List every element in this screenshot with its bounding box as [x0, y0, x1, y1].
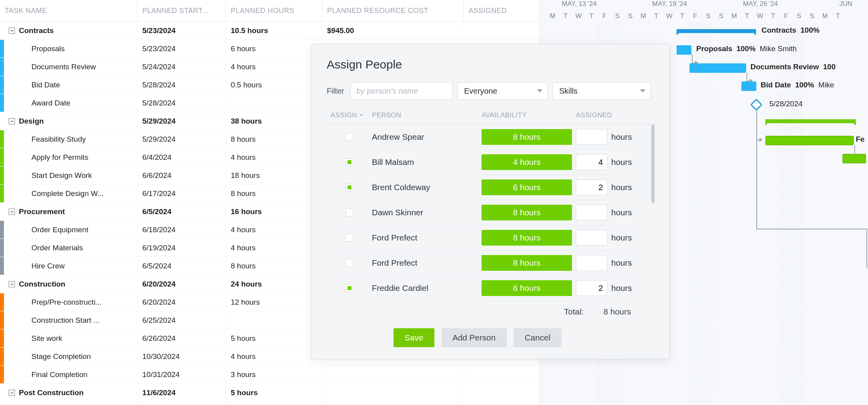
- col-header-task[interactable]: TASK NAME: [0, 0, 138, 21]
- gantt-bar-bid[interactable]: [741, 81, 756, 91]
- cell-start[interactable]: 6/20/2024: [138, 293, 226, 311]
- save-button[interactable]: Save: [394, 328, 434, 347]
- cell-hours[interactable]: 5 hours: [226, 384, 322, 401]
- cell-hours[interactable]: 5 hours: [226, 329, 322, 347]
- gantt-bar-docs[interactable]: [690, 63, 746, 73]
- cell-hours[interactable]: 6 hours: [226, 40, 322, 57]
- table-row[interactable]: −Contracts5/23/202410.5 hours$945.00: [0, 22, 539, 40]
- cell-task[interactable]: Apply for Permits: [4, 148, 138, 166]
- assign-checkbox[interactable]: [346, 158, 353, 166]
- cell-hours[interactable]: 8 hours: [226, 185, 322, 202]
- filter-skills-select[interactable]: Skills: [552, 82, 651, 100]
- cell-start[interactable]: 5/28/2024: [138, 76, 226, 94]
- cell-start[interactable]: 6/18/2024: [138, 221, 226, 239]
- expander-icon[interactable]: −: [9, 209, 15, 215]
- cell-hours[interactable]: 18 hours: [226, 166, 322, 184]
- assign-checkbox[interactable]: [346, 133, 353, 141]
- cell-hours[interactable]: 38 hours: [226, 112, 322, 130]
- add-person-button[interactable]: Add Person: [441, 328, 507, 347]
- table-row[interactable]: Final Completion10/31/20243 hours: [0, 366, 539, 384]
- assign-checkbox[interactable]: [346, 259, 353, 267]
- cell-task[interactable]: −Post Construction: [4, 384, 138, 401]
- cell-start[interactable]: 5/28/2024: [138, 94, 226, 112]
- cell-start[interactable]: 5/24/2024: [138, 58, 226, 76]
- cell-task[interactable]: −Design: [4, 112, 138, 130]
- col-header-assigned[interactable]: ASSIGNED: [464, 0, 539, 21]
- cell-start[interactable]: 6/17/2024: [138, 185, 226, 202]
- cell-task[interactable]: Documents Review: [4, 58, 138, 76]
- cell-task[interactable]: Proposals: [4, 40, 138, 57]
- cell-task[interactable]: −Contracts: [4, 22, 138, 39]
- col-header-availability[interactable]: AVAILABILITY: [482, 111, 576, 119]
- cell-start[interactable]: 10/30/2024: [138, 348, 226, 365]
- cell-start[interactable]: 6/5/2024: [138, 257, 226, 275]
- cell-assigned[interactable]: [464, 366, 539, 383]
- cell-hours[interactable]: [226, 311, 322, 329]
- col-header-hours[interactable]: PLANNED HOURS: [226, 0, 322, 21]
- cell-start[interactable]: 10/31/2024: [138, 366, 226, 383]
- cell-start[interactable]: 5/23/2024: [138, 22, 226, 39]
- cell-task[interactable]: Stage Completion: [4, 348, 138, 365]
- cancel-button[interactable]: Cancel: [514, 328, 561, 347]
- cell-hours[interactable]: 12 hours: [226, 293, 322, 311]
- cell-hours[interactable]: 4 hours: [226, 348, 322, 365]
- cell-start[interactable]: 6/25/2024: [138, 311, 226, 329]
- cell-start[interactable]: 6/6/2024: [138, 166, 226, 184]
- cell-hours[interactable]: 8 hours: [226, 257, 322, 275]
- cell-hours[interactable]: 4 hours: [226, 148, 322, 166]
- cell-task[interactable]: Feasibility Study: [4, 130, 138, 148]
- cell-start[interactable]: 6/5/2024: [138, 203, 226, 220]
- cell-hours[interactable]: [226, 94, 322, 112]
- assign-checkbox[interactable]: [346, 284, 353, 292]
- expander-icon[interactable]: −: [9, 118, 15, 124]
- cell-task[interactable]: Site work: [4, 329, 138, 347]
- cell-start[interactable]: 5/29/2024: [138, 130, 226, 148]
- table-row[interactable]: −Post Construction11/6/20245 hours: [0, 384, 539, 402]
- cell-hours[interactable]: 0.5 hours: [226, 76, 322, 94]
- assign-checkbox[interactable]: [346, 183, 353, 191]
- cell-task[interactable]: Bid Date: [4, 76, 138, 94]
- cell-hours[interactable]: 16 hours: [226, 203, 322, 220]
- assigned-hours-input[interactable]: [576, 205, 607, 220]
- assign-checkbox[interactable]: [346, 234, 353, 242]
- cell-cost[interactable]: [322, 384, 464, 401]
- cell-hours[interactable]: 24 hours: [226, 275, 322, 293]
- cell-start[interactable]: 6/26/2024: [138, 329, 226, 347]
- cell-task[interactable]: Award Date: [4, 94, 138, 112]
- col-header-person[interactable]: PERSON: [372, 111, 482, 119]
- cell-start[interactable]: 6/19/2024: [138, 239, 226, 257]
- cell-assigned[interactable]: [464, 384, 539, 401]
- col-header-assigned[interactable]: ASSIGNED: [576, 111, 655, 119]
- cell-task[interactable]: Construction Start ...: [4, 311, 138, 329]
- cell-start[interactable]: 5/23/2024: [138, 40, 226, 57]
- expander-icon[interactable]: −: [9, 28, 15, 34]
- cell-task[interactable]: Order Materials: [4, 239, 138, 257]
- col-header-start[interactable]: PLANNED START...: [138, 0, 226, 21]
- assigned-hours-input[interactable]: [576, 129, 607, 145]
- cell-start[interactable]: 5/29/2024: [138, 112, 226, 130]
- cell-hours[interactable]: 3 hours: [226, 366, 322, 383]
- expander-icon[interactable]: −: [9, 281, 15, 287]
- cell-task[interactable]: Prep/Pre-constructi...: [4, 293, 138, 311]
- cell-hours[interactable]: 4 hours: [226, 239, 322, 257]
- col-header-cost[interactable]: PLANNED RESOURCE COST: [322, 0, 464, 21]
- filter-input[interactable]: [350, 82, 452, 100]
- assigned-hours-input[interactable]: [576, 255, 607, 271]
- cell-assigned[interactable]: [464, 22, 539, 39]
- gantt-summary-design[interactable]: [765, 119, 856, 123]
- people-scrollbar[interactable]: [651, 124, 655, 203]
- cell-cost[interactable]: $945.00: [322, 22, 464, 39]
- gantt-bar-feasibility[interactable]: [765, 136, 854, 145]
- assigned-hours-input[interactable]: [576, 179, 607, 195]
- cell-task[interactable]: Complete Design W...: [4, 185, 138, 202]
- gantt-bar-proposals[interactable]: [677, 45, 691, 55]
- gantt-summary-contracts[interactable]: [677, 29, 756, 33]
- filter-everyone-select[interactable]: Everyone: [457, 82, 548, 100]
- assigned-hours-input[interactable]: [576, 230, 607, 246]
- assign-checkbox[interactable]: [346, 209, 353, 216]
- cell-start[interactable]: 11/6/2024: [138, 384, 226, 401]
- cell-start[interactable]: 6/20/2024: [138, 275, 226, 293]
- gantt-bar-permits[interactable]: [842, 154, 866, 163]
- cell-task[interactable]: Hire Crew: [4, 257, 138, 275]
- cell-task[interactable]: Order Equipment: [4, 221, 138, 239]
